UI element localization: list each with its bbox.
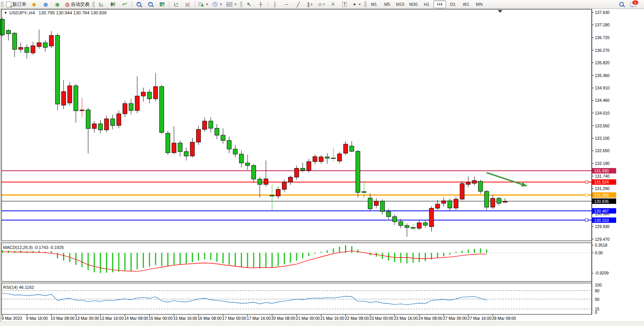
search-icon	[619, 2, 624, 7]
toolbar-grip[interactable]	[364, 1, 367, 7]
candle	[485, 191, 489, 207]
timeframe-button-m30[interactable]: M30	[407, 0, 420, 8]
tile-windows-button[interactable]	[157, 0, 167, 8]
candle	[129, 103, 133, 110]
market-watch-button[interactable]: ◆	[29, 0, 39, 8]
template-icon	[226, 2, 232, 7]
candlestick-button[interactable]	[108, 0, 118, 8]
rsi-axis-label: 50	[595, 297, 600, 302]
zoom-in-icon: +	[137, 2, 141, 7]
macd-axis-label: -0.9209	[595, 271, 609, 275]
line-chart-button[interactable]	[119, 0, 130, 8]
candle	[276, 189, 280, 196]
timeframe-button-m1[interactable]: M1	[368, 0, 380, 8]
text-tool-button[interactable]: A	[328, 0, 338, 8]
macd-histogram-bar	[480, 249, 481, 253]
time-tick-label: 10 Mar 08:00	[51, 316, 75, 321]
timeframe-button-w1[interactable]: W1	[460, 0, 472, 8]
channel-letter: E	[311, 3, 313, 6]
macd-histogram-bar	[308, 253, 309, 256]
price-tick-label: 131.290	[595, 186, 610, 191]
price-tick-label: 136.720	[595, 35, 610, 40]
auto-scroll-button[interactable]	[171, 0, 182, 8]
line-drag-handle[interactable]	[585, 181, 588, 184]
horizontal-line-tool-button[interactable]: ─	[281, 0, 292, 8]
community-button[interactable]: ●	[40, 0, 51, 8]
templates-button[interactable]: ▼	[225, 0, 239, 8]
toolbar-grip[interactable]	[92, 1, 95, 7]
autotrading-button[interactable]: ◍ 自动交易	[63, 0, 91, 8]
timeframe-button-mn[interactable]: MN	[473, 0, 485, 8]
candle	[472, 180, 477, 183]
candle	[478, 181, 483, 191]
timeframe-button-d1[interactable]: D1	[447, 0, 459, 8]
new-order-button[interactable]: 新订单	[5, 0, 28, 8]
macd-histogram-bar	[449, 253, 451, 255]
arrows-tool-button[interactable]: ✦ ▼	[351, 0, 363, 8]
macd-histogram-bar	[235, 253, 236, 266]
timeframe-button-m15[interactable]: M15	[394, 0, 407, 8]
main-toolbar: 新订单 ◆ ● ◉ ◍ 自动交易 + −	[0, 0, 644, 9]
channel-tool-button[interactable]: ∥ E	[304, 0, 315, 8]
candle	[196, 129, 201, 142]
chart-symbol-title: USDJPY-,H4	[9, 10, 35, 15]
fibonacci-icon: ≡	[318, 2, 322, 7]
timeframe-button-h4[interactable]: H4	[434, 0, 446, 8]
candle	[319, 157, 323, 161]
signals-button[interactable]: ◉	[52, 0, 63, 8]
chevron-down-icon: ▼	[219, 3, 222, 6]
candle	[215, 128, 219, 135]
clock-icon	[212, 2, 218, 7]
time-tick-label: 16 Mar 08:00	[198, 316, 222, 321]
status-bar	[0, 321, 644, 326]
macd-axis-label: 0.00	[595, 251, 603, 255]
zoom-out-button[interactable]: −	[145, 0, 156, 8]
search-button[interactable]	[616, 0, 627, 8]
vertical-line-tool-button[interactable]: │	[270, 0, 280, 8]
macd-histogram-bar	[210, 253, 211, 260]
periods-button[interactable]: ▼	[211, 0, 224, 8]
macd-histogram-bar	[57, 253, 58, 258]
chart-ohlc-values: 130.795 130.944 130.784 130.836	[39, 10, 107, 15]
candle	[147, 92, 152, 99]
price-tick-label: 132.190	[595, 161, 610, 166]
collapse-arrow-icon[interactable]: ▼	[4, 11, 7, 15]
crosshair-tool-button[interactable]: ┼	[255, 0, 266, 8]
macd-histogram-bar	[357, 249, 359, 253]
indicators-button[interactable]: ▼	[197, 0, 210, 8]
chart-shift-button[interactable]	[183, 0, 193, 8]
price-line-label-text: 130.487	[594, 209, 609, 213]
candle	[31, 46, 35, 53]
timeframe-button-h1[interactable]: H1	[420, 0, 433, 8]
chart-canvas[interactable]: ▼ USDJPY-,H4 130.795 130.944 130.784 130…	[0, 9, 644, 326]
fibonacci-tool-button[interactable]: ≡ F	[316, 0, 327, 8]
price-tick-label: 133.550	[595, 124, 610, 128]
candle	[135, 96, 139, 110]
notifications-button[interactable]: 1	[628, 0, 639, 8]
toolbar-grip[interactable]	[240, 1, 243, 7]
candle	[393, 216, 397, 221]
candle	[399, 221, 403, 225]
chevron-down-icon: ▼	[205, 3, 208, 6]
text-label-tool-button[interactable]: T	[339, 0, 350, 8]
toolbar-grip[interactable]	[1, 1, 3, 7]
candle	[386, 212, 391, 217]
line-drag-handle[interactable]	[585, 219, 588, 221]
price-tick-label: 137.180	[595, 22, 610, 27]
price-line-label-text: 131.930	[594, 168, 609, 173]
candle	[380, 201, 384, 211]
zoom-in-button[interactable]: +	[133, 0, 144, 8]
cursor-tool-button[interactable]: ↖	[244, 0, 255, 8]
candle	[270, 195, 274, 196]
bar-chart-button[interactable]	[96, 0, 107, 8]
trendline-tool-button[interactable]: ╱	[293, 0, 304, 8]
candle	[282, 182, 287, 189]
line-drag-handle[interactable]	[585, 194, 588, 196]
macd-histogram-bar	[278, 253, 279, 266]
candle	[343, 144, 348, 153]
timeframe-button-m5[interactable]: M5	[381, 0, 393, 8]
candle	[454, 199, 458, 208]
candle	[55, 36, 60, 104]
time-tick-label: 24 Mar 08:00	[419, 316, 442, 321]
autotrading-globe-icon: ◍	[65, 2, 70, 7]
